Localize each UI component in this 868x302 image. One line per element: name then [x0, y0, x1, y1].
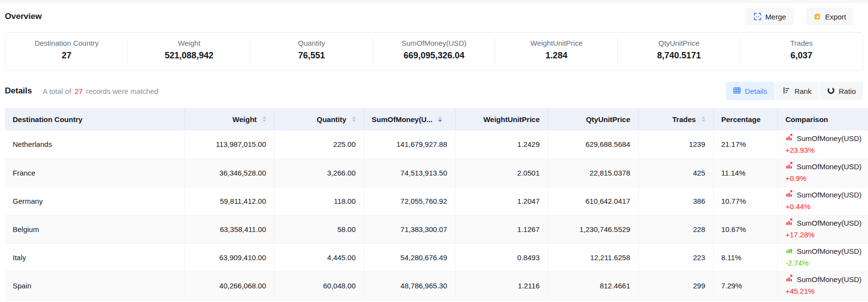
cell-weight: 63,358,411.00 — [185, 215, 274, 243]
rank-icon — [783, 87, 791, 96]
column-label: Comparison — [786, 115, 829, 124]
cell-sum-of-money: 48,786,965.30 — [364, 271, 455, 300]
view-tabs: Details Rank Ratio — [726, 82, 863, 100]
cell-weight-unit-price: 1.1267 — [455, 215, 548, 243]
cell-trades: 228 — [638, 215, 713, 243]
sort-carets-icon — [702, 116, 705, 122]
col-trades-sort[interactable]: Trades — [638, 108, 713, 130]
comparison-change: -2.74% — [786, 258, 861, 268]
table-row[interactable]: Belgium 63,358,411.00 58.00 71,383,300.0… — [5, 215, 868, 243]
comparison-metric: SumOfMoney(USD) — [797, 161, 862, 172]
column-label: Percentage — [721, 115, 761, 124]
stat-value: 6,037 — [740, 51, 863, 61]
cell-country: Germany — [5, 187, 185, 215]
cell-qty-unit-price: 22,815.0378 — [548, 159, 638, 187]
cell-qty-unit-price: 610,642.0417 — [548, 187, 638, 215]
export-button[interactable]: Export — [806, 8, 853, 25]
comparison-metric: SumOfMoney(USD) — [797, 133, 862, 144]
tab-details-label: Details — [745, 87, 767, 95]
cell-qty-unit-price: 1,230,746.5529 — [548, 215, 638, 243]
cell-country: Spain — [5, 271, 185, 300]
cell-weight-unit-price: 0.8493 — [455, 243, 548, 271]
col-comparison: Comparison — [777, 108, 868, 130]
col-weight-unit-price: WeightUnitPrice — [455, 108, 548, 130]
table-row[interactable]: France 36,346,528.00 3,266.00 74,513,913… — [5, 159, 868, 187]
cell-comparison: SumOfMoney(USD) +17.28% — [777, 215, 868, 243]
comparison-metric: SumOfMoney(USD) — [797, 274, 862, 285]
details-bar: Details A total of27records were matched… — [5, 82, 863, 100]
col-destination-country: Destination Country — [5, 108, 185, 130]
merge-button[interactable]: Merge — [746, 8, 794, 25]
stat-value: 8,740.5171 — [618, 51, 740, 61]
stat-label: Weight — [128, 39, 251, 47]
comparison-metric: SumOfMoney(USD) — [797, 218, 862, 229]
cell-weight: 63,909,410.00 — [185, 243, 274, 271]
cell-weight: 40,266,068.00 — [185, 271, 274, 300]
details-title: Details — [5, 86, 32, 96]
tab-rank-label: Rank — [794, 87, 812, 95]
ratio-icon — [827, 87, 835, 96]
column-label: Trades — [672, 115, 696, 124]
col-sum-of-money-sort[interactable]: SumOfMoney(U... — [364, 108, 455, 130]
match-count: 27 — [74, 87, 83, 95]
cell-percentage: 7.29% — [713, 271, 777, 300]
table-row[interactable]: Germany 59,811,412.00 118.00 72,055,760.… — [5, 187, 868, 215]
col-quantity-sort[interactable]: Quantity — [274, 108, 364, 130]
stat-value: 1.284 — [495, 51, 618, 61]
table-row[interactable]: Netherlands 113,987,015.00 225.00 141,67… — [5, 130, 868, 159]
stat-value: 669,095,326.04 — [373, 51, 496, 61]
cell-percentage: 10.67% — [713, 215, 777, 243]
cell-qty-unit-price: 629,688.5684 — [548, 130, 638, 159]
cell-weight-unit-price: 1.2116 — [455, 271, 548, 300]
cell-comparison: SumOfMoney(USD) +45.21% — [777, 271, 868, 300]
tab-ratio[interactable]: Ratio — [820, 82, 863, 100]
cell-comparison: SumOfMoney(USD) +0.44% — [777, 187, 868, 215]
column-label: Weight — [233, 115, 257, 124]
trend-chart-icon — [786, 246, 794, 257]
cell-comparison: SumOfMoney(USD) +0.9% — [777, 159, 868, 187]
stat-destination-country: Destination Country 27 — [5, 33, 128, 71]
cell-quantity: 60,048.00 — [274, 271, 364, 300]
column-label: QtyUnitPrice — [586, 115, 630, 124]
cell-trades: 386 — [638, 187, 713, 215]
table-header-row: Destination Country Weight Quantity SumO… — [5, 108, 868, 130]
merge-button-label: Merge — [765, 13, 786, 21]
stat-label: Trades — [740, 39, 863, 47]
overview-stats-card: Destination Country 27 Weight 521,088,94… — [5, 32, 863, 71]
cell-trades: 223 — [638, 243, 713, 271]
cell-weight-unit-price: 1.2429 — [455, 130, 548, 159]
comparison-metric: SumOfMoney(USD) — [797, 246, 862, 257]
cell-qty-unit-price: 812.4661 — [548, 271, 638, 300]
cell-quantity: 118.00 — [274, 187, 364, 215]
stat-sum-of-money: SumOfMoney(USD) 669,095,326.04 — [373, 33, 496, 71]
col-weight-sort[interactable]: Weight — [185, 108, 274, 130]
col-qty-unit-price: QtyUnitPrice — [548, 108, 638, 130]
stat-label: Quantity — [250, 39, 373, 47]
cell-weight: 36,346,528.00 — [185, 159, 274, 187]
col-percentage: Percentage — [713, 108, 777, 130]
table-grid-icon — [733, 87, 741, 96]
cell-trades: 299 — [638, 271, 713, 300]
tab-rank[interactable]: Rank — [776, 82, 819, 100]
stat-label: WeightUnitPrice — [495, 39, 618, 47]
stat-quantity: Quantity 76,551 — [250, 33, 373, 71]
details-table: Destination Country Weight Quantity SumO… — [5, 108, 868, 300]
cell-quantity: 4,445.00 — [274, 243, 364, 271]
comparison-change: +17.28% — [786, 230, 861, 240]
cell-comparison: SumOfMoney(USD) +23.93% — [777, 130, 868, 159]
cell-quantity: 58.00 — [274, 215, 364, 243]
tab-ratio-label: Ratio — [839, 87, 856, 95]
column-label: SumOfMoney(U... — [372, 115, 433, 124]
cell-weight: 113,987,015.00 — [185, 130, 274, 159]
tab-details[interactable]: Details — [726, 82, 775, 100]
comparison-change: +23.93% — [786, 145, 861, 156]
cell-weight-unit-price: 1.2047 — [455, 187, 548, 215]
cell-sum-of-money: 141,679,927.88 — [364, 130, 455, 159]
trend-chart-icon — [786, 190, 794, 200]
cell-qty-unit-price: 12,211.6258 — [548, 243, 638, 271]
table-row[interactable]: Spain 40,266,068.00 60,048.00 48,786,965… — [5, 271, 868, 300]
header-actions: Merge Export — [746, 8, 853, 25]
cell-trades: 425 — [638, 159, 713, 187]
cell-country: France — [5, 159, 185, 187]
table-row[interactable]: Italy 63,909,410.00 4,445.00 54,280,676.… — [5, 243, 868, 271]
